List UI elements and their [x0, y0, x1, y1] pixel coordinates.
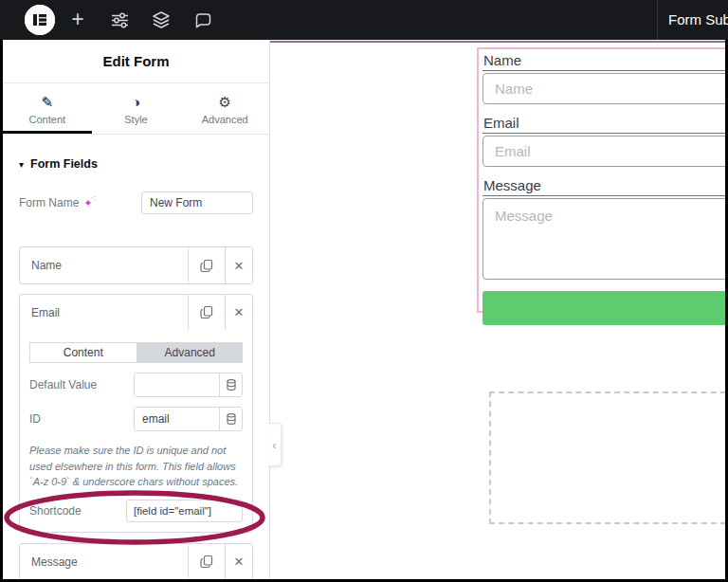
add-element-icon[interactable]: +: [66, 9, 89, 31]
pencil-icon: ✎: [42, 93, 54, 112]
email-field-tabs: Content Advanced: [29, 342, 243, 363]
form-name-label: Form Name: [19, 196, 79, 209]
structure-layers-icon[interactable]: [150, 9, 173, 31]
section-outline: [270, 41, 725, 43]
caret-down-icon: ▾: [19, 159, 24, 170]
tab-advanced-label: Advanced: [202, 114, 248, 125]
duplicate-icon: [200, 555, 213, 569]
duplicate-field-button[interactable]: [188, 544, 225, 580]
widget-edit-panel: Edit Form ✎ Content ◑ Style ⚙ Advanced ▾…: [3, 40, 270, 579]
close-icon: ✕: [234, 259, 245, 273]
preview-message-label: Message: [482, 176, 725, 196]
preview-message-textarea[interactable]: [482, 198, 725, 280]
panel-header: Edit Form: [3, 40, 269, 83]
tab-style-label: Style: [124, 114, 147, 125]
duplicate-field-button[interactable]: [188, 247, 225, 283]
top-bar: + Form Subm: [0, 0, 728, 40]
dynamic-tags-button[interactable]: [219, 373, 242, 396]
elementor-logo-icon: [25, 5, 55, 35]
preview-name-input[interactable]: [482, 73, 725, 104]
topbar-icon-group: +: [66, 0, 214, 40]
default-value-input[interactable]: [135, 373, 219, 396]
tab-content[interactable]: ✎ Content: [3, 83, 92, 134]
form-widget-preview[interactable]: Name Email Message: [477, 47, 725, 313]
dynamic-tags-button[interactable]: [219, 408, 242, 430]
duplicate-icon: [200, 259, 213, 273]
field-item-name: Name ✕: [19, 246, 253, 284]
empty-section-placeholder[interactable]: [489, 391, 725, 524]
shortcode-label: Shortcode: [29, 504, 82, 518]
email-tab-content[interactable]: Content: [29, 342, 137, 363]
duplicate-icon: [200, 305, 213, 319]
id-input[interactable]: [135, 408, 219, 430]
preview-name-label: Name: [482, 51, 725, 71]
site-settings-sliders-icon[interactable]: [108, 9, 131, 31]
form-fields-section-toggle[interactable]: ▾ Form Fields: [19, 157, 269, 171]
chevron-left-icon: ‹: [272, 438, 276, 452]
field-item-message: Message ✕: [19, 543, 253, 580]
panel-tabs: ✎ Content ◑ Style ⚙ Advanced: [3, 83, 269, 135]
field-email-label[interactable]: Email: [20, 295, 188, 330]
id-unique-note: Please make sure the ID is unique and no…: [29, 443, 243, 490]
database-icon: [227, 379, 236, 391]
ai-sparkle-icon[interactable]: ✦·:: [83, 197, 92, 209]
form-submissions-button[interactable]: Form Subm: [668, 0, 728, 40]
ai-sparkle-dot: ·:: [91, 194, 95, 201]
field-message-label[interactable]: Message: [20, 544, 188, 580]
preview-email-input[interactable]: [482, 136, 725, 167]
field-item-email: Email ✕ Content Advanced Default Value: [19, 294, 253, 533]
editor-canvas[interactable]: Name Email Message: [270, 40, 725, 579]
form-name-input[interactable]: [141, 191, 253, 214]
form-fields-section-title: Form Fields: [30, 157, 98, 171]
default-value-control: Default Value: [29, 373, 243, 397]
panel-collapse-handle[interactable]: ‹: [268, 423, 282, 466]
shortcode-input[interactable]: [126, 500, 243, 522]
id-control: ID: [29, 407, 243, 431]
gear-icon: ⚙: [218, 93, 230, 112]
topbar-divider: [657, 0, 658, 40]
elementor-logo-button[interactable]: [25, 5, 55, 35]
database-icon: [227, 413, 236, 425]
email-tab-advanced[interactable]: Advanced: [137, 342, 244, 363]
duplicate-field-button[interactable]: [188, 295, 225, 330]
form-name-control: Form Name ✦·:: [19, 191, 253, 214]
remove-field-button[interactable]: ✕: [225, 295, 252, 330]
preview-submit-button[interactable]: [482, 291, 725, 325]
shortcode-control: Shortcode: [29, 500, 243, 524]
preview-email-label: Email: [482, 114, 725, 134]
half-circle-icon: ◑: [132, 93, 140, 112]
tab-advanced[interactable]: ⚙ Advanced: [180, 83, 269, 134]
tab-content-label: Content: [29, 114, 66, 125]
notes-comment-icon[interactable]: [191, 9, 214, 31]
panel-title: Edit Form: [103, 53, 170, 69]
field-name-label[interactable]: Name: [20, 247, 188, 283]
remove-field-button[interactable]: ✕: [225, 247, 252, 283]
remove-field-button[interactable]: ✕: [225, 544, 252, 580]
id-label: ID: [29, 412, 41, 426]
default-value-label: Default Value: [29, 378, 97, 391]
elementor-editor-window: + Form Subm: [0, 0, 728, 582]
close-icon: ✕: [234, 305, 245, 319]
tab-style[interactable]: ◑ Style: [92, 83, 181, 134]
close-icon: ✕: [234, 555, 245, 569]
